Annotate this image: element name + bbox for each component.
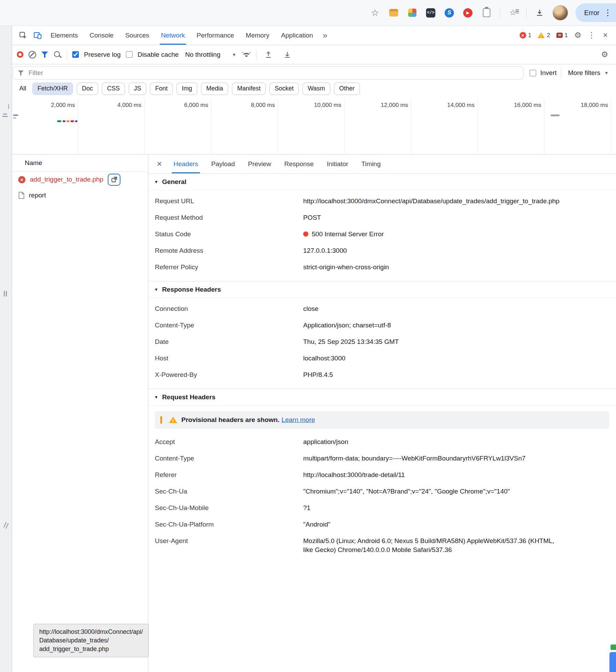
inspect-element-icon[interactable] xyxy=(16,29,30,42)
filter-chip-socket[interactable]: Socket xyxy=(269,83,299,95)
reading-list-icon[interactable]: ☆ xyxy=(508,7,519,18)
invert-checkbox[interactable] xyxy=(530,70,536,76)
tab-sources[interactable]: Sources xyxy=(120,26,155,45)
tab-memory[interactable]: Memory xyxy=(240,26,275,45)
filter-input[interactable] xyxy=(28,69,518,77)
filter-chip-manifest[interactable]: Manifest xyxy=(232,83,266,95)
network-overview-timeline[interactable]: 2,000 ms 4,000 ms 6,000 ms 8,000 ms 10,0… xyxy=(12,99,616,154)
filter-chip-js[interactable]: JS xyxy=(129,83,146,95)
tab-application[interactable]: Application xyxy=(276,26,319,45)
invert-label[interactable]: Invert xyxy=(540,69,557,77)
bookmark-star-icon[interactable]: ☆ xyxy=(370,7,381,18)
tab-timing[interactable]: Timing xyxy=(355,154,386,173)
timeline-label: 2,000 ms xyxy=(51,102,78,109)
devtools-dock-divider[interactable] xyxy=(0,26,12,672)
request-row-report[interactable]: report xyxy=(12,187,148,203)
collapse-triangle-icon[interactable]: ▼ xyxy=(154,180,158,184)
extension-shazam-icon[interactable]: S xyxy=(444,7,455,18)
filter-chip-fetch-xhr[interactable]: Fetch/XHR xyxy=(32,83,73,95)
filter-chip-all[interactable]: All xyxy=(17,83,29,95)
profile-name: Error xyxy=(584,9,599,17)
devtools-settings-icon[interactable]: ⚙ xyxy=(571,29,584,42)
browser-toolbar: ☆ </> S ▶ ☆ Error ⋮ xyxy=(0,0,616,26)
more-filters-dropdown[interactable]: More filters ▾ xyxy=(565,69,611,77)
tab-elements[interactable]: Elements xyxy=(45,26,83,45)
header-value: ?1 xyxy=(303,503,310,512)
tab-response[interactable]: Response xyxy=(278,154,320,173)
preserve-log-label[interactable]: Preserve log xyxy=(84,51,121,58)
filter-chip-img[interactable]: Img xyxy=(177,83,197,95)
header-row: Sec-Ch-Ua "Chromium";v="140", "Not=A?Bra… xyxy=(148,483,616,500)
network-settings-icon[interactable]: ⚙ xyxy=(598,48,611,62)
tab-headers[interactable]: Headers xyxy=(168,154,204,173)
header-row: Request URL http://localhost:3000/dmxCon… xyxy=(148,193,616,209)
collapse-triangle-icon[interactable]: ▼ xyxy=(154,395,158,400)
import-har-icon[interactable] xyxy=(262,48,275,62)
filter-chip-other[interactable]: Other xyxy=(334,83,360,95)
collapse-triangle-icon[interactable]: ▼ xyxy=(154,287,158,292)
waterfall-bar xyxy=(13,117,16,119)
toolbar-divider xyxy=(67,50,67,60)
search-icon[interactable] xyxy=(53,51,62,59)
issues-badge[interactable]: 1 xyxy=(556,32,568,39)
filter-chip-doc[interactable]: Doc xyxy=(77,83,98,95)
tab-console[interactable]: Console xyxy=(84,26,119,45)
device-toolbar-icon[interactable] xyxy=(31,29,44,42)
disable-cache-label[interactable]: Disable cache xyxy=(138,51,179,58)
error-circle-icon xyxy=(520,32,526,39)
devtools-close-icon[interactable]: × xyxy=(599,29,612,42)
provisional-warning-text: Provisional headers are shown. xyxy=(181,416,279,423)
filter-chip-css[interactable]: CSS xyxy=(102,83,125,95)
name-column-header[interactable]: Name xyxy=(12,154,148,172)
filter-chip-wasm[interactable]: Wasm xyxy=(302,83,330,95)
tab-preview[interactable]: Preview xyxy=(242,154,277,173)
header-value: Thu, 25 Sep 2025 13:34:35 GMT xyxy=(303,337,399,346)
extension-play-icon[interactable]: ▶ xyxy=(463,7,474,18)
preserve-log-checkbox[interactable] xyxy=(72,51,79,58)
extension-code-icon[interactable]: </> xyxy=(425,7,436,18)
disable-cache-checkbox[interactable] xyxy=(126,51,132,58)
filter-chip-font[interactable]: Font xyxy=(150,83,173,95)
filter-input-box[interactable] xyxy=(13,66,523,79)
learn-more-link[interactable]: Learn more xyxy=(282,416,315,423)
error-count: 1 xyxy=(528,32,531,39)
throttling-select[interactable]: No throttling ▾ xyxy=(184,51,237,58)
tab-network[interactable]: Network xyxy=(156,26,191,45)
section-general: ▼ General Request URL http://localhost:3… xyxy=(148,174,616,281)
corner-widget-blue xyxy=(609,652,616,672)
section-general-header[interactable]: ▼ General xyxy=(148,174,616,190)
header-value: Application/json; charset=utf-8 xyxy=(303,321,391,330)
clipboard-icon xyxy=(483,8,490,17)
extension-folder-icon[interactable] xyxy=(388,7,399,18)
profile-avatar[interactable] xyxy=(553,5,568,20)
dock-resize-handle[interactable] xyxy=(1,521,11,531)
more-filters-label: More filters xyxy=(568,69,601,77)
section-request-headers-header[interactable]: ▼ Request Headers xyxy=(148,389,616,405)
open-in-new-tab-button[interactable] xyxy=(108,174,120,186)
console-errors-badge[interactable]: 1 xyxy=(520,32,531,39)
header-row: Referer http://localhost:3000/trade-deta… xyxy=(148,467,616,483)
tab-payload[interactable]: Payload xyxy=(205,154,241,173)
close-details-icon[interactable]: × xyxy=(152,157,166,171)
filter-chip-media[interactable]: Media xyxy=(201,83,228,95)
clear-network-log-icon[interactable] xyxy=(29,51,36,58)
header-key: Content-Type xyxy=(155,454,303,463)
network-conditions-icon[interactable] xyxy=(242,52,251,58)
extension-grid-icon[interactable] xyxy=(407,7,418,18)
network-main: Name add_trigger_to_trade.php xyxy=(12,154,616,672)
section-response-headers-header[interactable]: ▼ Response Headers xyxy=(148,281,616,298)
console-warnings-badge[interactable]: 2 xyxy=(538,32,550,39)
filter-toggle-icon[interactable] xyxy=(41,52,48,58)
export-har-icon[interactable] xyxy=(280,48,294,62)
record-network-log-icon[interactable] xyxy=(17,51,23,58)
tab-initiator[interactable]: Initiator xyxy=(321,154,354,173)
dock-drag-handle[interactable] xyxy=(4,291,7,296)
request-row-add-trigger[interactable]: add_trigger_to_trade.php xyxy=(12,172,148,187)
more-tabs-icon[interactable]: » xyxy=(319,31,331,40)
browser-menu-icon[interactable]: ⋮ xyxy=(604,8,612,18)
profile-chip[interactable]: Error ⋮ xyxy=(575,3,616,22)
extensions-puzzle-icon[interactable] xyxy=(481,7,492,18)
downloads-icon[interactable] xyxy=(534,7,545,18)
devtools-menu-icon[interactable]: ⋮ xyxy=(585,29,598,42)
tab-performance[interactable]: Performance xyxy=(191,26,240,45)
